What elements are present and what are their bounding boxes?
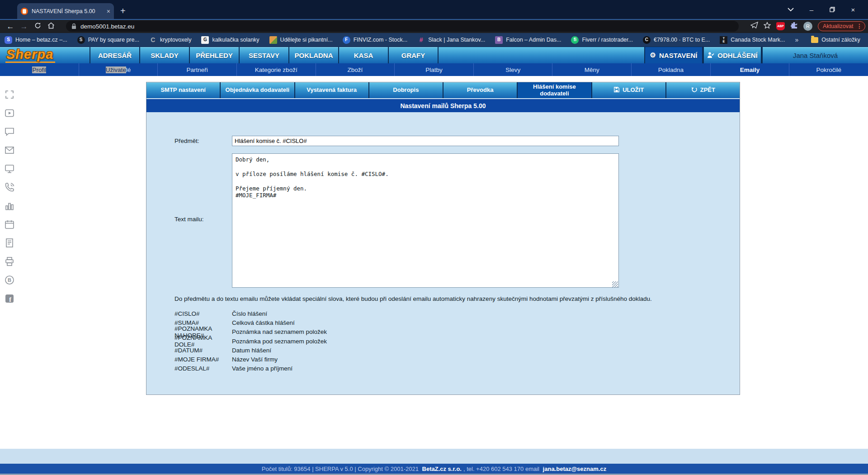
forward-button[interactable]: →	[17, 22, 31, 31]
profile-avatar[interactable]: R	[803, 22, 812, 31]
subnav-item-kategorie zboží[interactable]: Kategorie zboží	[237, 63, 316, 76]
nav-item-grafy[interactable]: GRAFY	[389, 47, 439, 63]
bookmark-label: €7978.00 · BTC to E...	[654, 37, 710, 43]
subnav-item-pokročilé[interactable]: Pokročilé	[789, 63, 868, 76]
nav-item-adresář[interactable]: ADRESÁŘ	[90, 47, 140, 63]
footer-email[interactable]: jana.betaz@seznam.cz	[543, 466, 607, 472]
bookmark-item[interactable]: BFalcon – Admin Das...	[495, 36, 561, 44]
new-tab-button[interactable]: +	[120, 5, 126, 17]
nav-item-pokladna[interactable]: POKLADNA	[289, 47, 339, 63]
menu-kebab-icon[interactable]: ⋮	[857, 23, 863, 29]
url-text: demo5001.betaz.eu	[80, 23, 134, 30]
tab-převodka[interactable]: Převodka	[443, 82, 518, 98]
mail-icon[interactable]	[4, 144, 15, 156]
back-button[interactable]: ZPĚT	[666, 82, 740, 98]
tab-vystavená-faktura[interactable]: Vystavená faktura	[295, 82, 369, 98]
bookmark-star-icon[interactable]	[764, 22, 771, 31]
nav-item-nastaveni[interactable]: ⚙ NASTAVENÍ	[644, 47, 703, 63]
subnav-item-zboží[interactable]: Zboží	[316, 63, 395, 76]
nav-item-sestavy[interactable]: SESTAVY	[240, 47, 289, 63]
home-button[interactable]	[44, 22, 58, 31]
subnav-item-platby[interactable]: Platby	[395, 63, 474, 76]
save-icon	[613, 86, 620, 95]
chat-icon[interactable]	[4, 126, 15, 138]
expand-icon[interactable]	[4, 89, 15, 100]
bookmark-item[interactable]: Gkalkulačka solanky	[201, 36, 259, 44]
tab-label: Dobropis	[393, 87, 419, 94]
placeholder-description: Vaše jméno a příjmení	[232, 365, 292, 372]
facebook-icon[interactable]: f	[4, 293, 15, 304]
subject-input[interactable]	[232, 136, 619, 146]
bookmark-label: Home – betaz.cz –...	[15, 37, 67, 43]
restore-button[interactable]	[822, 0, 843, 19]
bookmark-item[interactable]: SHome – betaz.cz –...	[5, 36, 67, 44]
minimize-button[interactable]: –	[801, 0, 822, 19]
tab-close-icon[interactable]: ×	[107, 8, 110, 15]
textarea-resize-handle[interactable]	[612, 281, 618, 287]
address-bar[interactable]: demo5001.betaz.eu	[66, 21, 739, 32]
nav-spacer	[439, 47, 644, 63]
sherpa-logo[interactable]: Sherpa	[0, 47, 90, 63]
subnav-item-profil[interactable]: Profil	[0, 63, 79, 76]
bookmarks-overflow-chevron[interactable]: »	[795, 36, 799, 43]
reload-button[interactable]	[31, 22, 44, 31]
nav-item-odhlaseni[interactable]: ODHLÁŠENÍ	[703, 47, 762, 63]
bookmark-item[interactable]: FFINVIZ.com - Stock...	[343, 36, 407, 44]
email-body-textarea[interactable]: Dobrý den, v příloze posíláme hlášení ko…	[232, 153, 619, 288]
betaz-b-icon[interactable]: B	[4, 274, 15, 286]
tab-smtp-nastavení[interactable]: SMTP nastavení	[146, 82, 221, 98]
bookmark-item[interactable]: fiFiverr / rastotrader...	[571, 36, 633, 44]
placeholder-row: #CISLO#Číslo hlášení	[175, 309, 327, 318]
bookmark-item[interactable]: Udělejte si pikantní...	[269, 36, 333, 44]
placeholder-row: #ODESLAL#Vaše jméno a příjmení	[175, 364, 327, 373]
other-bookmarks-button[interactable]: Ostatní záložky	[811, 37, 860, 43]
panel-body: Předmět: Text mailu: Dobrý den, v příloz…	[146, 112, 740, 394]
bar-chart-icon[interactable]	[4, 200, 15, 212]
close-window-button[interactable]: ×	[843, 0, 863, 19]
bookmark-label: kryptovoxely	[160, 37, 191, 43]
bookmark-item[interactable]: #Slack | Jana Stankov...	[417, 36, 485, 44]
body-label: Text mailu:	[175, 216, 204, 223]
bookmark-label: Falcon – Admin Das...	[506, 37, 561, 43]
bookmark-label: Udělejte si pikantní...	[280, 37, 333, 43]
tab-search-chevron-icon[interactable]	[780, 0, 801, 19]
subnav-item-měny[interactable]: Měny	[552, 63, 632, 76]
cash-register-icon[interactable]	[4, 256, 15, 267]
bookmark-label: kalkulačka solanky	[212, 37, 259, 43]
bookmark-item[interactable]: SPAY by square pre...	[77, 36, 139, 44]
browser-tab[interactable]: NASTAVENÍ Sherpa 5.00 ×	[17, 3, 114, 19]
placeholder-description: Datum hlášení	[232, 347, 271, 354]
tab-objednávka-dodavateli[interactable]: Objednávka dodavateli	[221, 82, 295, 98]
bookmark-item[interactable]: Ckryptovoxely	[149, 36, 191, 44]
invoice-icon[interactable]	[4, 237, 15, 249]
tab-dobropis[interactable]: Dobropis	[369, 82, 443, 98]
bookmark-favicon-icon: fi	[571, 36, 579, 44]
bookmark-favicon-icon: #	[417, 36, 425, 44]
main-navigation: Sherpa ADRESÁŘSKLADYPŘEHLEDYSESTAVYPOKLA…	[0, 47, 868, 63]
tab-hlášení-komise-dodavateli[interactable]: Hlášení komise dodavateli	[518, 82, 592, 98]
phone-calls-icon[interactable]	[4, 181, 15, 193]
chrome-update-button[interactable]: Aktualizovat ⋮	[818, 21, 865, 31]
back-button[interactable]: ←	[4, 22, 17, 31]
nav-item-sklady[interactable]: SKLADY	[140, 47, 190, 63]
save-button[interactable]: ULOŽIT	[592, 82, 666, 98]
calendar-icon[interactable]	[4, 218, 15, 230]
video-player-icon[interactable]	[4, 107, 15, 119]
send-to-device-icon[interactable]	[750, 22, 758, 30]
nav-item-kasa[interactable]: KASA	[339, 47, 389, 63]
other-bookmarks-label: Ostatní záložky	[821, 37, 860, 43]
subnav-label: lé	[126, 66, 131, 73]
subnav-item-pokladna[interactable]: Pokladna	[632, 63, 711, 76]
adblock-plus-icon[interactable]: ABP	[776, 22, 785, 30]
subnav-item-partneři[interactable]: Partneři	[158, 63, 237, 76]
monitor-icon[interactable]	[4, 163, 15, 175]
extensions-puzzle-icon[interactable]	[790, 21, 798, 31]
subnav-item-slevy[interactable]: Slevy	[474, 63, 553, 76]
subnav-item-emaily[interactable]: Emaily	[711, 63, 790, 76]
bookmark-item[interactable]: C€7978.00 · BTC to E...	[643, 36, 710, 44]
subnav-item-uživatelé[interactable]: Uživatelé	[79, 63, 158, 76]
bookmark-item[interactable]: TECanada Stock Mark...	[720, 36, 785, 44]
email-template-tabs: SMTP nastaveníObjednávka dodavateliVysta…	[146, 82, 740, 98]
placeholders-hint: Do předmětu a do textu emailu můžete vkl…	[175, 295, 726, 302]
nav-item-přehledy[interactable]: PŘEHLEDY	[190, 47, 240, 63]
